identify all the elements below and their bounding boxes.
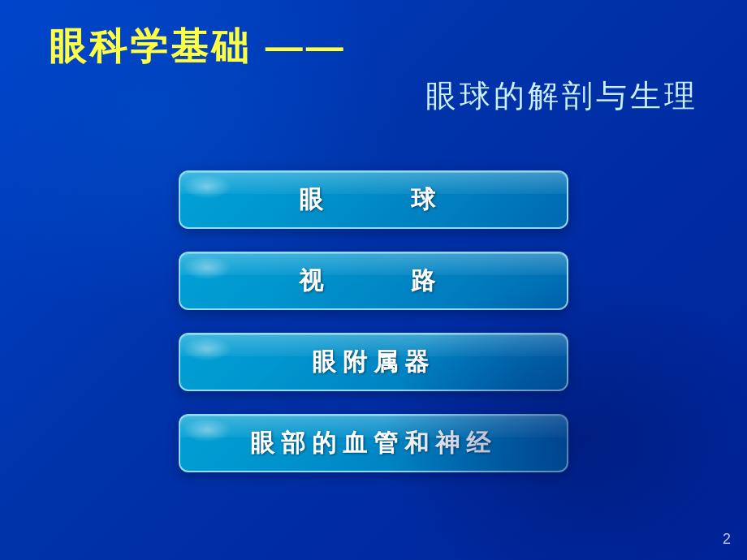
nav-button-adnexa[interactable]: 眼附属器 <box>179 333 568 391</box>
nav-button-vision-label: 视 路 <box>299 265 448 298</box>
nav-button-vessels-label: 眼部的血管和神经 <box>250 427 497 460</box>
sub-title: 眼球的解剖与生理 <box>49 75 698 117</box>
page-number: 2 <box>723 531 731 548</box>
nav-button-adnexa-label: 眼附属器 <box>312 346 435 379</box>
nav-button-eye[interactable]: 眼 球 <box>179 170 568 229</box>
main-title: 眼科学基础 —— <box>49 24 698 69</box>
nav-button-eye-label: 眼 球 <box>299 183 448 217</box>
nav-button-vision[interactable]: 视 路 <box>179 252 568 310</box>
slide: 眼科学基础 —— 眼球的解剖与生理 眼 球 视 路 眼附属器 眼部的血管和神经 … <box>0 0 747 560</box>
title-area: 眼科学基础 —— 眼球的解剖与生理 <box>49 24 698 117</box>
buttons-area: 眼 球 视 路 眼附属器 眼部的血管和神经 <box>179 170 568 472</box>
nav-button-vessels[interactable]: 眼部的血管和神经 <box>179 414 568 472</box>
